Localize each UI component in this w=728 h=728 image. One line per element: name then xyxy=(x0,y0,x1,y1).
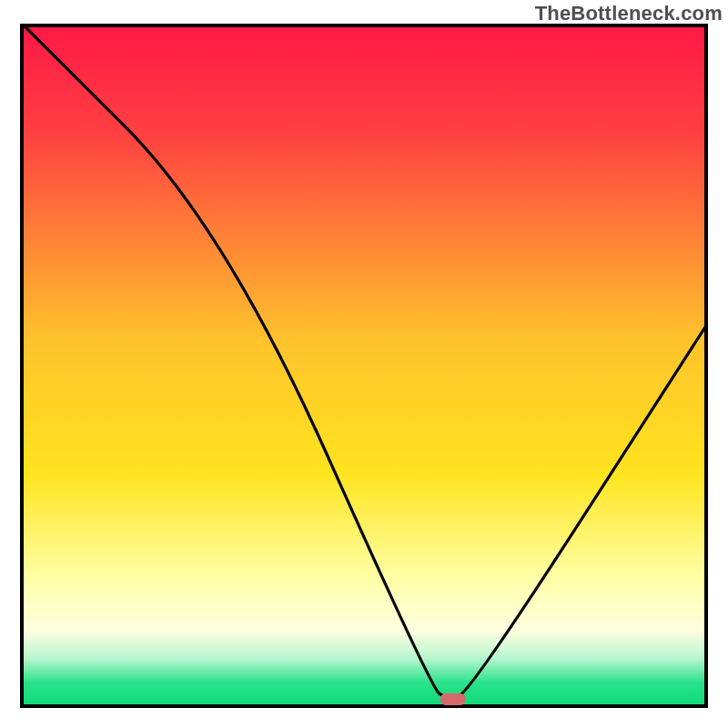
chart-frame: TheBottleneck.com xyxy=(0,0,728,728)
bottleneck-chart xyxy=(0,0,728,728)
optimal-marker xyxy=(440,693,466,705)
watermark-text: TheBottleneck.com xyxy=(535,2,723,25)
